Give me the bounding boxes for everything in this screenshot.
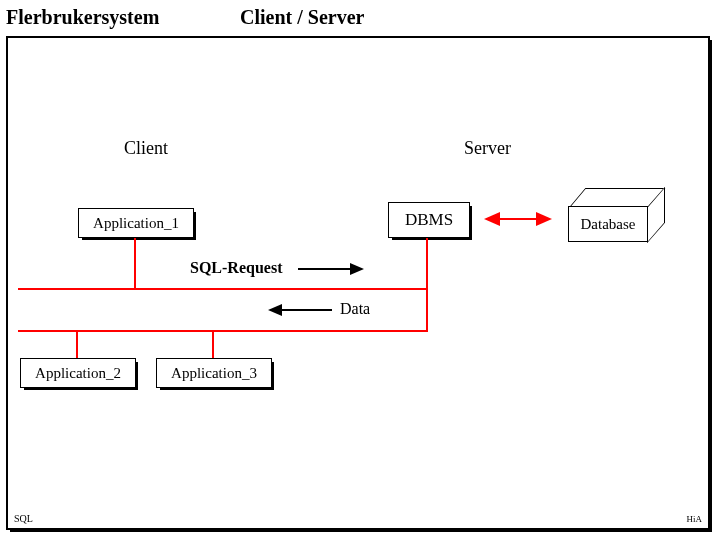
data-arrow-head-icon [268,304,282,316]
application-2-label: Application_2 [20,358,136,388]
bus-conn-app3 [212,330,214,360]
db-arrow-head-right-icon [536,212,552,226]
footer-right: HiA [687,514,703,524]
bus-line-lower [18,330,428,332]
section-client-label: Client [124,138,168,159]
bus-conn-app2 [76,330,78,360]
dbms-label: DBMS [388,202,470,238]
sql-request-arrow-line [298,268,352,270]
sql-request-label: SQL-Request [190,259,282,277]
data-label: Data [340,300,370,318]
db-arrow-line [498,218,538,220]
page-title-left: Flerbrukersystem [6,6,159,29]
application-3-label: Application_3 [156,358,272,388]
data-arrow-line [282,309,332,311]
bus-conn-app1 [134,238,136,288]
application-1-label: Application_1 [78,208,194,238]
sql-request-arrow-head-icon [350,263,364,275]
section-server-label: Server [464,138,511,159]
footer-left: SQL [14,513,33,524]
page-title-right: Client / Server [240,6,364,29]
database-label: Database [568,206,648,242]
diagram-panel: Client Server Application_1 DBMS Databas… [6,36,710,530]
bus-conn-dbms [426,238,428,332]
bus-line-upper [18,288,428,290]
